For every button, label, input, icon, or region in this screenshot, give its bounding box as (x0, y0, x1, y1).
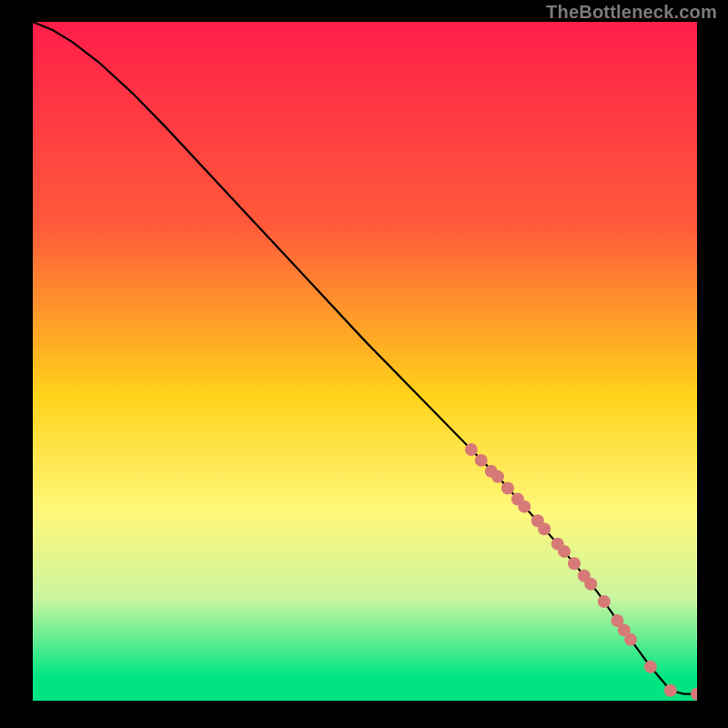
highlight-point (491, 470, 504, 483)
gradient-background (33, 22, 697, 701)
highlight-point (598, 595, 611, 608)
highlight-point (518, 500, 531, 513)
highlight-point (465, 443, 478, 456)
highlight-point (558, 545, 571, 558)
highlight-point (501, 482, 514, 495)
highlight-point (644, 661, 657, 673)
watermark-text: TheBottleneck.com (546, 2, 717, 23)
highlight-point (664, 684, 677, 697)
highlight-point (624, 633, 637, 646)
highlight-point (584, 578, 597, 591)
highlight-point (568, 557, 581, 570)
plot-area (33, 22, 697, 701)
highlight-point (475, 454, 488, 467)
highlight-point (538, 522, 551, 535)
chart-svg (33, 22, 697, 701)
chart-stage: TheBottleneck.com (0, 0, 728, 728)
